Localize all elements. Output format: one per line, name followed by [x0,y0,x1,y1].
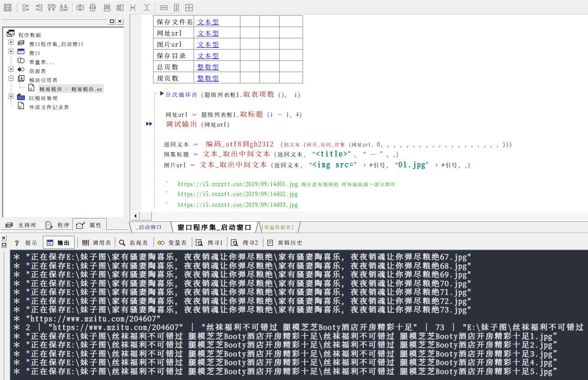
svg-text:e: e [9,32,12,36]
svg-text:?: ? [15,239,19,247]
